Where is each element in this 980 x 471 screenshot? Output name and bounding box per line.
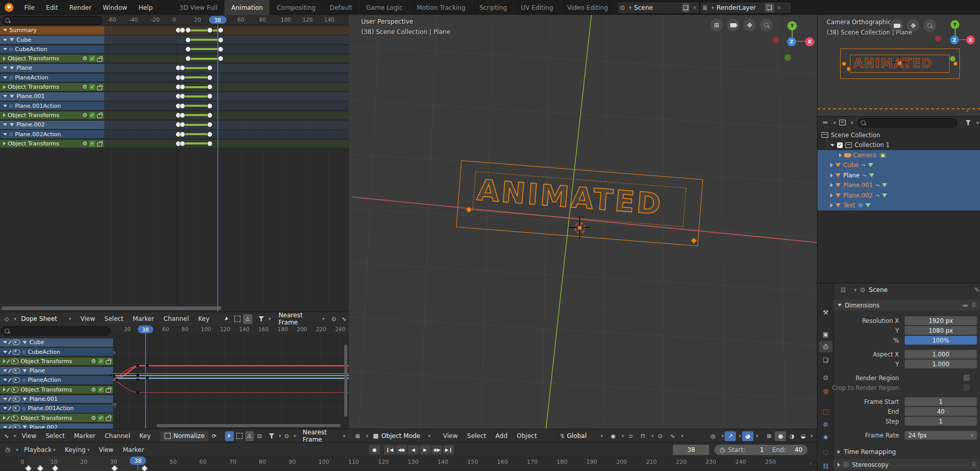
origin-dot[interactable] <box>953 61 958 66</box>
mute-checkbox[interactable]: ✓ <box>98 415 104 421</box>
graph-channel-planeaction[interactable]: ◇PlaneAction <box>0 376 113 384</box>
keyframe[interactable] <box>207 84 213 90</box>
properties-tab-world[interactable]: ◍ <box>819 385 832 397</box>
channel-object-transforms[interactable]: Object Transforms⚙✓ <box>0 55 104 63</box>
pan-hand-icon[interactable]: ✥ <box>743 19 756 31</box>
camera-preview-viewport[interactable]: Camera Orthographic (38) Scene Collectio… <box>817 15 980 116</box>
display-mode-icon[interactable] <box>837 118 848 127</box>
origin-dot[interactable] <box>846 67 851 71</box>
normalize-toggle[interactable]: Normalize <box>160 431 208 441</box>
current-frame-field[interactable]: 38 <box>673 445 709 455</box>
visibility-eye-icon[interactable] <box>12 349 20 355</box>
filter-funnel-icon[interactable] <box>267 431 276 441</box>
graph-editor-icon[interactable]: ∿ <box>2 431 11 441</box>
keyframe[interactable] <box>180 103 185 109</box>
camera-view-icon[interactable] <box>727 19 740 31</box>
keyframe[interactable] <box>207 27 213 33</box>
gizmo-z-axis[interactable]: Z <box>950 36 959 44</box>
next-key-button[interactable]: ◆▶ <box>431 445 442 454</box>
viewport-menu-select[interactable]: Select <box>462 432 491 440</box>
channel-plane[interactable]: Plane <box>0 64 104 72</box>
channel-summary[interactable]: Summary <box>0 26 104 35</box>
properties-tab-view-layer[interactable]: ❏ <box>819 354 832 366</box>
properties-tab-render[interactable]: ▣ <box>819 329 832 340</box>
warning-icon[interactable]: ⚠ <box>243 314 252 324</box>
pivot-point-icon[interactable]: ◉ <box>607 431 619 441</box>
origin-dot[interactable] <box>842 61 846 66</box>
start-value[interactable]: 1 <box>748 446 764 453</box>
dimensions-panel-header[interactable]: Dimensions ≔⠿ <box>833 300 979 311</box>
scene-selector[interactable]: ⊙▾ Scene ❏ × <box>617 2 700 14</box>
field-end[interactable]: 40 <box>905 407 977 416</box>
keyframe[interactable] <box>180 112 185 118</box>
outliner-row-text[interactable]: Text⚙ <box>817 201 980 211</box>
keyframe[interactable] <box>207 132 213 137</box>
overlays-icon[interactable]: ◕ <box>742 431 753 441</box>
mute-checkbox[interactable]: ✓ <box>89 141 95 147</box>
tab-game-logic[interactable]: Game Logic <box>360 0 410 15</box>
keyframe[interactable] <box>207 112 213 118</box>
pin-icon[interactable] <box>7 416 10 420</box>
gizmo-x-axis[interactable]: X <box>805 37 814 46</box>
keyframe[interactable] <box>218 56 223 61</box>
visibility-eye-icon[interactable] <box>11 359 19 364</box>
tab-default[interactable]: Default <box>323 0 360 15</box>
dope-menu-select[interactable]: Select <box>100 315 128 322</box>
record-button[interactable]: ● <box>369 445 380 454</box>
render-layer-name[interactable]: RenderLayer <box>717 4 762 11</box>
keyframe[interactable] <box>207 103 213 109</box>
clamp-icon[interactable]: ⊡ <box>255 431 264 441</box>
pin-icon[interactable]: ✎ <box>974 286 979 294</box>
dope-search-input[interactable] <box>2 16 103 25</box>
blender-logo-icon[interactable] <box>5 3 13 12</box>
gizmo-y-neg[interactable] <box>784 54 791 61</box>
field-step[interactable]: 1 <box>905 417 977 426</box>
outliner-row-collection-1[interactable]: ✓Collection 1 <box>817 140 980 151</box>
editor-type-icon[interactable]: ⊞ <box>352 431 363 441</box>
pin-icon[interactable] <box>8 425 12 429</box>
gizmo-x-neg[interactable] <box>935 36 941 42</box>
mute-checkbox[interactable]: ✓ <box>89 84 95 90</box>
tab-animation[interactable]: Animation <box>224 0 270 15</box>
field-y[interactable]: 1.000 <box>905 360 977 368</box>
shading-solid-icon[interactable]: ● <box>775 431 786 441</box>
outliner-row-camera[interactable]: Camera▣ <box>817 150 980 160</box>
visibility-eye-icon[interactable] <box>12 339 20 345</box>
keyframe[interactable] <box>218 27 223 33</box>
shading-material-icon[interactable]: ◑ <box>786 431 797 441</box>
modifier-icon[interactable]: ⚙ <box>82 55 87 62</box>
dope-menu-key[interactable]: Key <box>194 315 214 322</box>
graph-h-scrollbar[interactable] <box>156 424 341 427</box>
prev-key-button[interactable]: ◀◆ <box>396 445 407 454</box>
keyframe[interactable] <box>185 46 191 52</box>
box-select-icon[interactable] <box>233 314 242 324</box>
keyframe[interactable] <box>180 141 185 147</box>
fcurve-key[interactable] <box>146 364 149 367</box>
channel-plane.002[interactable]: Plane.002 <box>0 121 104 129</box>
object-name[interactable]: Camera <box>853 152 876 159</box>
channel-icon[interactable]: ◇ <box>2 314 11 324</box>
visibility-eye-icon[interactable] <box>12 377 20 383</box>
properties-tab-particles[interactable]: ✱ <box>819 432 832 443</box>
close-scene-icon[interactable]: × <box>692 4 697 11</box>
camera-icon[interactable] <box>890 19 903 32</box>
zoom-plus-icon[interactable] <box>923 19 936 32</box>
collapse-up-icon[interactable]: ⌃ <box>965 109 969 115</box>
dropdown-frame-rate[interactable]: 24 fps▾ <box>905 431 977 440</box>
object-name[interactable]: Collection 1 <box>855 141 890 149</box>
keyframe[interactable] <box>207 75 213 80</box>
zoom-icon[interactable] <box>760 19 773 31</box>
box-select-icon[interactable] <box>235 431 244 441</box>
mode-dropdown[interactable]: ■Object Mode▾ <box>369 431 435 441</box>
dope-menu-marker[interactable]: Marker <box>128 315 158 322</box>
outliner-editor-icon[interactable]: ≔ <box>820 118 831 127</box>
channel-plane.001[interactable]: Plane.001 <box>0 92 104 101</box>
shading-rendered-icon[interactable]: ◒ <box>797 431 809 441</box>
outliner-row-plane.002[interactable]: Plane.002⤳ <box>817 190 980 201</box>
channel-cubeaction[interactable]: ◇CubeAction <box>0 45 104 54</box>
keyframe[interactable] <box>218 46 223 52</box>
menu-file[interactable]: File <box>19 1 40 14</box>
outliner-row-plane[interactable]: Plane⤳ <box>817 170 980 181</box>
play-reverse-button[interactable]: ◀ <box>408 445 419 454</box>
gizmo-z-axis[interactable]: Z <box>787 37 796 46</box>
